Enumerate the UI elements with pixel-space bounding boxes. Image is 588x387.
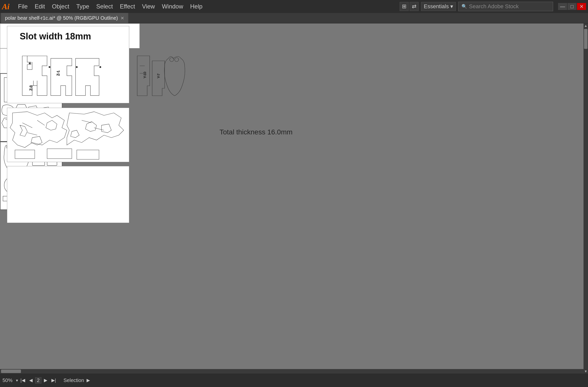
svg-rect-17 [15,150,35,159]
svg-rect-18 [47,149,72,159]
scroll-thumb-area [584,28,588,369]
total-thickness-label: Total thickness 16.0mm [220,128,293,136]
horizontal-scrollbar[interactable] [0,369,584,374]
svg-point-6 [76,66,78,68]
artboard-3 [7,166,129,223]
menu-help[interactable]: Help [187,1,206,11]
scroll-up-button[interactable]: ▲ [584,23,588,28]
menu-window[interactable]: Window [158,1,187,11]
menu-file[interactable]: File [14,1,31,11]
svg-point-5 [49,66,50,68]
close-button[interactable]: ✕ [577,3,586,10]
tab-close-button[interactable]: ✕ [120,15,124,21]
grid-view-icon[interactable]: ⊞ [400,2,409,11]
toolbar-icons: ⊞ ⇄ [400,2,419,11]
first-page-button[interactable]: |◀ [19,377,27,384]
workspace-label: Essentials [424,3,449,10]
svg-point-4 [29,63,30,64]
vertical-scrollbar[interactable]: ▲ ▼ [584,23,588,374]
artboard-1: Slot width 18mm Z-3 Z-1 [7,26,129,103]
scroll-thumb-horizontal[interactable] [1,370,21,373]
last-page-button[interactable]: ▶| [50,377,58,384]
svg-text:Z-1: Z-1 [56,71,60,76]
tab-title: polar bear shelf-r1c.ai* @ 50% (RGB/GPU … [5,15,118,21]
scroll-down-button[interactable]: ▼ [584,369,588,374]
menu-bar: Ai File Edit Object Type Select Effect V… [0,0,588,13]
menu-effect[interactable]: Effect [116,1,138,11]
tool-arrow-icon: ▶ [87,378,90,383]
zoom-dropdown-icon[interactable]: ▾ [16,378,18,383]
window-controls: — □ ✕ [558,3,586,10]
workspace-selector[interactable]: Essentials ▾ [421,2,456,11]
arrange-icon[interactable]: ⇄ [410,2,419,11]
minimize-button[interactable]: — [558,3,567,10]
zoom-value: 50% [2,378,15,383]
menu-view[interactable]: View [138,1,158,11]
prev-page-button[interactable]: ◀ [28,377,34,384]
menu-object[interactable]: Object [48,1,73,11]
tab-bar: polar bear shelf-r1c.ai* @ 50% (RGB/GPU … [0,13,588,23]
page-number[interactable]: 2 [35,377,41,384]
svg-text:Y-10: Y-10 [143,72,147,78]
svg-line-14 [27,133,37,135]
menu-edit[interactable]: Edit [31,1,48,11]
maximize-button[interactable]: □ [568,3,577,10]
ai-logo-icon: Ai [2,2,9,11]
tool-label: Selection [64,378,84,383]
search-placeholder: Search Adobe Stock [469,3,519,10]
status-bar: 50% ▾ |◀ ◀ 2 ▶ ▶| Selection ▶ [0,374,588,387]
svg-text:Y-7: Y-7 [157,74,160,78]
canvas-area: Slot width 18mm Z-3 Z-1 [0,23,584,374]
svg-rect-19 [77,150,99,159]
active-tab[interactable]: polar bear shelf-r1c.ai* @ 50% (RGB/GPU … [1,13,128,23]
search-icon: 🔍 [462,4,467,9]
search-adobe-stock[interactable]: 🔍 Search Adobe Stock [458,2,553,11]
svg-point-11 [175,58,179,62]
scroll-thumb-vertical[interactable] [584,29,588,49]
menu-right-group: ⊞ ⇄ Essentials ▾ 🔍 Search Adobe Stock — … [398,2,586,11]
svg-text:Z-3: Z-3 [29,85,33,91]
menu-select[interactable]: Select [93,1,117,11]
total-thickness-container: Total thickness 16.0mm [220,128,293,136]
next-page-button[interactable]: ▶ [42,377,49,384]
floating-pieces-1: Y-10 Y-7 [132,53,187,98]
svg-point-10 [170,58,174,62]
svg-point-7 [100,66,101,68]
svg-line-13 [37,120,45,125]
workspace-dropdown-icon: ▾ [450,3,453,10]
artboard-2 [7,108,129,162]
svg-line-12 [22,123,32,128]
menu-type[interactable]: Type [73,1,93,11]
zoom-control: 50% ▾ [2,378,18,383]
